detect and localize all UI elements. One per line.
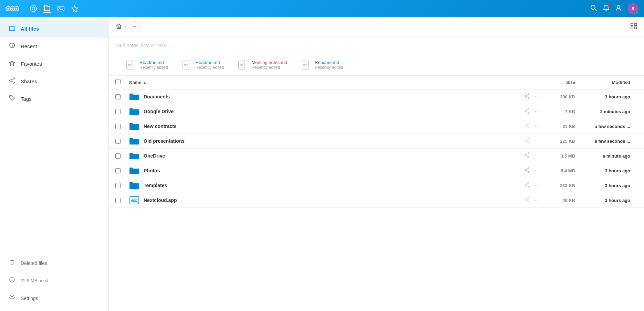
sidebar-item-shares[interactable]: Shares — [0, 73, 108, 90]
row-checkbox-old-presentations[interactable] — [115, 139, 121, 144]
table-row[interactable]: Google Drive ··· 7 KB 2 minutes ago — [108, 104, 644, 119]
row-checkbox-onedrive[interactable] — [115, 153, 121, 159]
share-row-icon[interactable] — [524, 138, 530, 144]
svg-line-68 — [526, 153, 528, 155]
svg-point-7 — [32, 7, 35, 10]
table-row[interactable]: app Nextcloud.app ··· 40 KB 3 hours ago — [108, 193, 644, 208]
svg-point-75 — [528, 182, 529, 183]
tag-icon — [8, 95, 16, 103]
row-checkbox-new-contracts[interactable] — [115, 124, 121, 129]
row-actions: ··· — [524, 108, 538, 115]
file-size: 40 KB — [541, 198, 575, 203]
share-row-icon[interactable] — [524, 123, 530, 130]
more-row-icon[interactable]: ··· — [533, 153, 538, 159]
more-row-icon[interactable]: ··· — [533, 138, 538, 144]
row-checkbox-photos[interactable] — [115, 168, 121, 173]
svg-point-65 — [528, 153, 529, 154]
share-row-icon[interactable] — [524, 167, 530, 174]
files-nav-icon[interactable] — [43, 4, 51, 13]
recent-file-item-3[interactable]: Readme.md Recently edited — [301, 60, 343, 70]
folder-icon — [8, 25, 16, 33]
notification-badge — [607, 4, 610, 7]
more-row-icon[interactable]: ··· — [533, 94, 538, 100]
share-row-icon[interactable] — [524, 182, 530, 189]
notes-placeholder: Add notes, lists or links ... — [117, 43, 172, 48]
contacts-icon[interactable] — [615, 4, 622, 13]
nav-app-icons — [30, 4, 79, 13]
notes-area[interactable]: Add notes, lists or links ... — [108, 37, 644, 54]
file-modified: 3 hours ago — [575, 198, 637, 203]
table-row[interactable]: OneDrive ··· 3.5 MB a minute ago — [108, 149, 644, 163]
file-size: 5.4 MB — [541, 168, 575, 173]
svg-line-54 — [526, 111, 528, 112]
photos-nav-icon[interactable] — [57, 5, 65, 12]
svg-line-48 — [526, 94, 528, 96]
svg-line-20 — [11, 79, 13, 80]
sidebar-item-tags[interactable]: Tags — [0, 90, 108, 108]
share-icon — [8, 77, 16, 85]
app-logo[interactable] — [6, 4, 19, 13]
table-row[interactable]: New contracts ··· 31 KB a few seconds ..… — [108, 119, 644, 134]
search-icon[interactable] — [590, 4, 597, 13]
svg-point-19 — [10, 80, 11, 81]
row-checkbox-templates[interactable] — [115, 183, 121, 188]
svg-point-11 — [591, 5, 595, 9]
view-toggle-button[interactable] — [630, 23, 637, 31]
row-checkbox-nextcloud-app[interactable] — [115, 198, 121, 203]
table-header: Name ▲ Size Modified — [108, 76, 644, 89]
notifications-icon[interactable] — [603, 4, 610, 13]
svg-rect-27 — [631, 27, 633, 29]
sidebar-item-recent[interactable]: Recent — [0, 37, 108, 55]
sidebar-item-settings[interactable]: Settings — [0, 289, 108, 307]
svg-text:app: app — [131, 199, 137, 202]
recent-file-item-1[interactable]: Readme.md Recently edited — [182, 60, 224, 70]
activity-nav-icon[interactable] — [71, 5, 79, 12]
svg-point-55 — [528, 123, 529, 124]
folder-icon — [129, 122, 139, 131]
table-row[interactable]: Templates ··· 233 KB 3 hours ago — [108, 178, 644, 193]
sidebar-item-all-files[interactable]: All files — [0, 20, 108, 37]
share-row-icon[interactable] — [524, 152, 530, 159]
dashboard-nav-icon[interactable] — [30, 5, 37, 12]
share-row-icon[interactable] — [524, 197, 530, 204]
more-row-icon[interactable]: ··· — [533, 108, 538, 115]
file-name: New contracts — [144, 124, 177, 129]
row-actions: ··· — [524, 197, 538, 204]
more-row-icon[interactable]: ··· — [533, 168, 538, 174]
row-actions: ··· — [524, 152, 538, 159]
folder-icon — [129, 151, 139, 160]
table-row[interactable]: Documents ··· 390 KB 3 hours ago — [108, 89, 644, 104]
more-row-icon[interactable]: ··· — [533, 197, 538, 203]
svg-point-4 — [11, 8, 13, 9]
more-row-icon[interactable]: ··· — [533, 182, 538, 189]
sidebar-bottom: Deleted files 22.9 MB used Settings — [0, 250, 108, 311]
svg-point-71 — [528, 172, 529, 173]
folder-icon — [129, 166, 139, 175]
share-row-icon[interactable] — [524, 93, 530, 100]
svg-line-69 — [526, 156, 528, 157]
breadcrumb-home[interactable] — [115, 23, 122, 31]
sidebar-item-favorites[interactable]: Favorites — [0, 55, 108, 73]
recent-file-item-2[interactable]: Meeting notes.md Recently edited — [238, 60, 287, 70]
avatar[interactable]: A — [627, 3, 638, 14]
share-row-icon[interactable] — [524, 108, 530, 115]
row-checkbox-google-drive[interactable] — [115, 109, 121, 114]
row-checkbox-documents[interactable] — [115, 94, 121, 99]
star-icon — [8, 60, 16, 68]
file-modified: 3 hours ago — [575, 168, 637, 173]
svg-rect-29 — [127, 61, 133, 69]
svg-line-59 — [526, 126, 528, 127]
svg-point-56 — [528, 127, 529, 128]
file-name: Old presentations — [144, 138, 185, 144]
sidebar-item-deleted-files[interactable]: Deleted files — [0, 254, 108, 272]
svg-line-49 — [526, 96, 528, 98]
more-row-icon[interactable]: ··· — [533, 123, 538, 129]
file-name: Nextcloud.app — [144, 197, 177, 203]
select-all-checkbox[interactable] — [115, 79, 121, 84]
breadcrumb-add-button[interactable]: + — [129, 21, 141, 32]
table-row[interactable]: Photos ··· 5.4 MB 3 hours ago — [108, 163, 644, 178]
recent-file-item-0[interactable]: Readme.md Recently edited — [126, 60, 168, 70]
table-row[interactable]: Old presentations ··· 225 KB a few secon… — [108, 134, 644, 149]
sidebar-nav: All files Recent Favorites Shares — [0, 17, 108, 250]
svg-point-24 — [11, 296, 13, 298]
